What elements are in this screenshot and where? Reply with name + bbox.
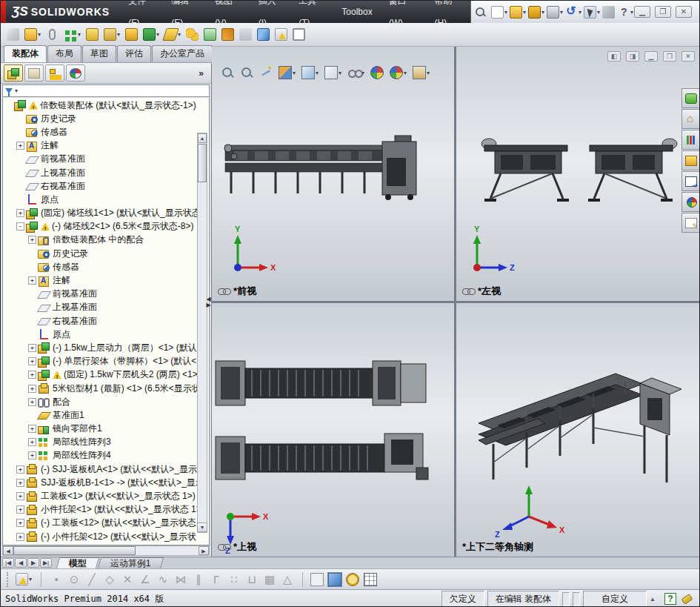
- split-left-button[interactable]: ◧: [607, 51, 621, 62]
- tree-expander[interactable]: +: [16, 209, 24, 217]
- tree-item[interactable]: + (-) 1.5kw上层动力（两层）<1> (默认: [4, 341, 197, 354]
- search-icon[interactable]: [474, 6, 486, 18]
- filter-dropdown-icon[interactable]: ▾: [15, 87, 18, 94]
- tree-item[interactable]: + (-) SJJ-返板机A<1> (默认<<默认>_显示状: [4, 462, 197, 476]
- menu-item[interactable]: Toolbox: [333, 1, 380, 23]
- scrollbar-thumb[interactable]: [198, 144, 207, 182]
- angle-snap-icon[interactable]: △: [280, 573, 295, 586]
- tree-expander[interactable]: +: [28, 438, 36, 446]
- tree-item[interactable]: 传感器: [4, 125, 197, 139]
- dropdown-arrow-icon[interactable]: ▾: [316, 70, 319, 76]
- tree-item[interactable]: + (-) 单层行架体（带脚杯）<1> (默认<: [4, 355, 197, 368]
- document-tab[interactable]: 模型: [56, 557, 99, 568]
- tree-expander[interactable]: +: [16, 519, 24, 527]
- mirror-entities-icon[interactable]: ⋈: [173, 573, 188, 586]
- tree-item[interactable]: + 局部线性阵列4: [4, 449, 197, 462]
- tree-item[interactable]: 基准面1: [4, 408, 197, 422]
- tree-item[interactable]: + (固定) 储坯线1<1> (默认<默认_显示状态: [4, 207, 197, 220]
- dropdown-arrow-icon[interactable]: ▾: [78, 31, 81, 38]
- tree-expander[interactable]: +: [28, 385, 36, 393]
- trim-entities-icon[interactable]: ✕: [120, 573, 135, 586]
- dropdown-arrow-icon[interactable]: ▾: [38, 31, 41, 38]
- viewport-splitter-horizontal[interactable]: [212, 301, 700, 303]
- viewport-front[interactable]: Y X *前视: [212, 47, 454, 301]
- scroll-left-arrow[interactable]: ◀: [3, 546, 13, 555]
- tree-item[interactable]: 前视基准面: [4, 288, 197, 301]
- dropdown-arrow-icon[interactable]: ▾: [339, 70, 341, 76]
- tree-item[interactable]: 上视基准面: [4, 166, 197, 179]
- tab-scroll-button[interactable]: |◀: [2, 558, 14, 568]
- tree-item[interactable]: 上视基准面: [4, 301, 197, 314]
- tab-scroll-button[interactable]: ▶: [27, 558, 39, 568]
- tree-item[interactable]: + 局部线性阵列3: [4, 436, 197, 449]
- tree-item[interactable]: + (固定) 1.5kw下层机头2 (两层) <1>: [4, 368, 197, 382]
- spline-icon[interactable]: ∿: [156, 573, 170, 586]
- tree-expander[interactable]: [16, 115, 24, 123]
- command-tab[interactable]: 草图: [82, 45, 116, 62]
- document-tab[interactable]: 运动算例1: [98, 557, 164, 568]
- tree-item[interactable]: + 注解: [4, 273, 197, 287]
- sketch-polygon-icon[interactable]: ◇: [102, 573, 117, 586]
- tree-item[interactable]: 原点: [4, 328, 197, 341]
- tree-expander[interactable]: +: [28, 371, 36, 379]
- tree-item[interactable]: + (-) 工装板<12> (默认<<默认>_显示状态: [4, 517, 197, 530]
- shaded-display-icon[interactable]: [328, 573, 341, 586]
- tree-item[interactable]: 倍数链装配体 (默认<默认_显示状态-1>): [4, 99, 197, 112]
- dropdown-arrow-icon[interactable]: ▾: [293, 70, 296, 76]
- tree-item[interactable]: + 倍数链装配体 中的配合: [4, 233, 197, 247]
- sketch-point-icon[interactable]: •: [49, 573, 64, 586]
- child-close-button[interactable]: ✕: [681, 51, 695, 62]
- scrollbar-thumb[interactable]: [13, 546, 136, 555]
- tree-item[interactable]: 右视基准面: [4, 179, 197, 193]
- tags-icon[interactable]: [681, 594, 693, 605]
- tree-expander[interactable]: [28, 411, 36, 419]
- dropdown-arrow-icon[interactable]: ▾: [29, 576, 32, 583]
- dropdown-arrow-icon[interactable]: ▾: [156, 31, 159, 38]
- tree-vertical-scrollbar[interactable]: ▲ ▼: [197, 133, 207, 533]
- grid-snap-icon[interactable]: ▦: [262, 573, 277, 586]
- tree-expander[interactable]: +: [28, 398, 36, 406]
- quick-tips-icon[interactable]: ?: [664, 593, 676, 605]
- design-table-icon[interactable]: [364, 573, 377, 586]
- wireframe-display-icon[interactable]: [310, 573, 324, 586]
- tab-scroll-button[interactable]: ▶|: [40, 558, 52, 568]
- tree-item[interactable]: 历史记录: [4, 247, 197, 260]
- tree-item[interactable]: 历史记录: [4, 112, 197, 125]
- tree-expander[interactable]: [4, 102, 13, 110]
- dropdown-arrow-icon[interactable]: ▾: [117, 31, 120, 38]
- tree-filter-bar[interactable]: ▾: [2, 84, 210, 97]
- menu-item[interactable]: 帮助(H): [427, 0, 470, 34]
- tree-item[interactable]: + SJJ-返板机B-1<1> -> (默认<<默认>_显示: [4, 476, 197, 489]
- tree-item[interactable]: + 注解: [4, 139, 197, 153]
- dropdown-arrow-icon[interactable]: ▾: [178, 31, 181, 38]
- slot-icon[interactable]: ⊔: [244, 573, 259, 586]
- dropdown-arrow-icon[interactable]: ▾: [560, 9, 563, 16]
- tree-expander[interactable]: +: [28, 236, 36, 244]
- viewport-left[interactable]: Y Z *左视: [456, 47, 700, 301]
- dropdown-arrow-icon[interactable]: ▾: [597, 9, 600, 16]
- units-dropdown-arrow-icon[interactable]: ▲: [650, 596, 656, 603]
- scroll-up-arrow[interactable]: ▲: [198, 133, 207, 143]
- viewport-isometric[interactable]: X Z *上下二等角轴测: [456, 303, 700, 557]
- menu-item[interactable]: 窗口(W): [381, 0, 427, 34]
- tree-expander[interactable]: [16, 196, 24, 204]
- tree-item[interactable]: 前视基准面: [4, 153, 197, 166]
- dropdown-arrow-icon[interactable]: ▾: [504, 9, 507, 16]
- sketch-line-icon[interactable]: ╱: [84, 573, 99, 586]
- tree-expander[interactable]: [16, 155, 24, 163]
- tree-expander[interactable]: [16, 169, 24, 177]
- close-button[interactable]: ✕: [676, 6, 692, 18]
- offset-entities-icon[interactable]: ∥: [191, 573, 206, 586]
- tree-item[interactable]: + 5米铝型材1 (最新) <1> (6.5米<显示状: [4, 382, 197, 395]
- tree-expander[interactable]: +: [16, 142, 24, 150]
- child-minimize-button[interactable]: ▁: [644, 51, 658, 62]
- tree-expander[interactable]: +: [16, 505, 24, 514]
- tree-expander[interactable]: +: [28, 451, 36, 460]
- sketch-circle-icon[interactable]: ⊙: [67, 573, 81, 586]
- tree-expander[interactable]: [28, 263, 36, 271]
- child-restore-button[interactable]: ❐: [663, 51, 676, 62]
- split-right-button[interactable]: ◨: [626, 51, 639, 62]
- viewport-top[interactable]: X Z *上视: [212, 303, 454, 557]
- tree-expander[interactable]: -: [16, 222, 24, 230]
- tree-item[interactable]: - (-) 储坯线2<1> (6.5米<显示状态-8>): [4, 220, 197, 233]
